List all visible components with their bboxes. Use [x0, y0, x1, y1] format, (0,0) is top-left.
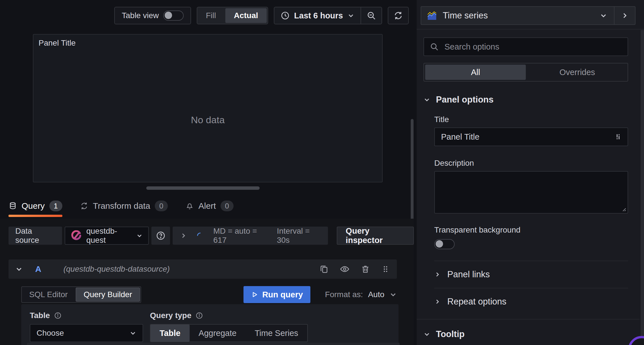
duplicate-icon[interactable]	[319, 264, 329, 274]
tooltip-section-header[interactable]: Tooltip	[423, 329, 628, 339]
query-datasource-hint: (questdb-questdb-datasource)	[63, 265, 170, 274]
query-type-table[interactable]: Table	[151, 325, 190, 342]
search-options-box[interactable]	[423, 37, 628, 56]
sql-editor-button[interactable]: SQL Editor	[22, 287, 75, 302]
panel-editor-main: Table view Fill Actual Last 6 hours	[0, 0, 414, 345]
panel-links-section[interactable]: Panel links	[434, 261, 628, 288]
panel-preview[interactable]: Panel Title No data	[33, 34, 383, 182]
transparent-background-toggle[interactable]	[434, 239, 455, 249]
query-type-aggregate[interactable]: Aggregate	[190, 325, 246, 342]
tab-label: Alert	[198, 201, 216, 211]
database-icon	[9, 202, 17, 210]
chevron-right-icon	[180, 232, 187, 239]
panel-options-section-header[interactable]: Panel options	[423, 95, 628, 105]
table-view-toggle-button[interactable]: Table view	[114, 7, 191, 24]
panel-size-mode-group: Fill Actual	[197, 7, 268, 24]
filter-tab-overrides[interactable]: Overrides	[527, 63, 628, 81]
format-as-value[interactable]: Auto	[368, 290, 384, 299]
run-query-button[interactable]: Run query	[243, 286, 310, 303]
transform-icon	[80, 202, 88, 210]
query-row-a[interactable]: A (questdb-questdb-datasource)	[9, 259, 397, 279]
query-ref-id: A	[35, 264, 41, 274]
tab-count-badge: 1	[49, 201, 62, 211]
actual-label: Actual	[234, 11, 258, 20]
query-inspector-button[interactable]: Query inspector	[337, 227, 414, 245]
query-type-field-label: Query type	[150, 311, 191, 320]
editor-tabs: Query 1 Transform data 0 Alert 0	[9, 197, 234, 217]
datasource-help-button[interactable]	[151, 227, 170, 245]
filter-tab-all[interactable]: All	[425, 65, 526, 80]
toggle-knob	[165, 12, 172, 19]
horizontal-scrollbar[interactable]	[146, 186, 260, 190]
fill-mode-button[interactable]: Fill	[197, 7, 224, 24]
tab-label: Transform data	[93, 201, 150, 211]
bell-icon	[185, 202, 194, 210]
query-builder-label: Query Builder	[84, 290, 132, 299]
query-type-time-series[interactable]: Time Series	[245, 325, 307, 342]
repeat-options-section[interactable]: Repeat options	[434, 288, 628, 315]
tab-count-badge: 0	[221, 201, 234, 211]
chevron-right-icon	[434, 271, 440, 278]
template-suggestions-icon[interactable]	[614, 133, 622, 141]
chevron-down-icon	[15, 265, 23, 273]
editor-mode-group: SQL Editor Query Builder	[21, 286, 141, 303]
tooltip-heading: Tooltip	[436, 329, 465, 339]
trash-icon[interactable]	[361, 264, 370, 274]
chevron-down-icon	[600, 12, 607, 19]
sidebar-scrollbar[interactable]	[641, 30, 644, 345]
eye-icon[interactable]	[340, 264, 350, 274]
datasource-label-text: Data source	[15, 227, 55, 245]
loading-spinner-icon	[196, 232, 204, 239]
visualization-header: Time series	[417, 0, 644, 29]
time-range-label: Last 6 hours	[294, 11, 343, 20]
play-icon	[251, 291, 258, 298]
tab-alert[interactable]: Alert 0	[185, 197, 234, 215]
table-select[interactable]: Choose	[30, 324, 143, 342]
table-view-toggle[interactable]	[163, 10, 184, 21]
visualization-picker-caret[interactable]	[593, 7, 614, 24]
drag-handle-icon[interactable]	[381, 265, 390, 274]
chevron-right-icon	[434, 299, 440, 305]
tab-label: Query	[22, 201, 45, 211]
search-icon	[430, 42, 439, 51]
chevron-down-icon	[423, 96, 430, 103]
query-type-group: Table Aggregate Time Series	[150, 324, 308, 342]
time-range-button[interactable]: Last 6 hours	[274, 7, 361, 24]
search-options-input[interactable]	[444, 42, 622, 52]
description-textarea[interactable]	[434, 171, 628, 214]
clock-icon	[281, 11, 290, 20]
fill-label: Fill	[206, 11, 216, 20]
sql-editor-label: SQL Editor	[29, 290, 68, 299]
refresh-button[interactable]	[388, 7, 409, 24]
transparent-background-label: Transparent background	[434, 225, 628, 235]
next-section-edge	[27, 343, 400, 345]
repeat-options-label: Repeat options	[447, 297, 507, 307]
datasource-picker[interactable]: questdb-quest	[65, 227, 149, 245]
filter-tab-all-label: All	[471, 68, 480, 77]
query-options-summary[interactable]: MD = auto = 617 Interval = 30s	[173, 227, 328, 245]
query-type-field: Query type Table Aggregate Time Series	[150, 311, 308, 343]
title-input-wrap	[434, 127, 628, 146]
tab-transform-data[interactable]: Transform data 0	[80, 197, 168, 215]
run-query-label: Run query	[262, 290, 303, 299]
visualization-name: Time series	[443, 10, 488, 21]
visualization-picker[interactable]: Time series	[421, 6, 635, 25]
query-builder-button[interactable]: Query Builder	[76, 288, 140, 302]
title-field-label: Title	[434, 115, 628, 124]
chevron-down-icon	[423, 331, 430, 338]
description-field-label: Description	[434, 159, 628, 168]
chevron-down-icon[interactable]	[389, 291, 397, 298]
tab-query[interactable]: Query 1	[9, 197, 62, 215]
panel-title-input[interactable]	[440, 132, 614, 142]
table-field: Table Choose	[30, 311, 143, 343]
actual-mode-button[interactable]: Actual	[225, 8, 267, 23]
vertical-scrollbar[interactable]	[411, 119, 414, 230]
collapse-options-button[interactable]	[614, 7, 635, 24]
zoom-out-button[interactable]	[361, 7, 382, 24]
resize-handle-icon[interactable]	[621, 206, 626, 212]
question-circle-icon	[156, 231, 166, 241]
datasource-label: Data source	[9, 227, 62, 245]
options-sidebar: Time series All Overrides Panel optio	[417, 0, 644, 345]
no-data-message: No data	[33, 114, 382, 125]
visualization-picker-main[interactable]: Time series	[421, 7, 593, 24]
